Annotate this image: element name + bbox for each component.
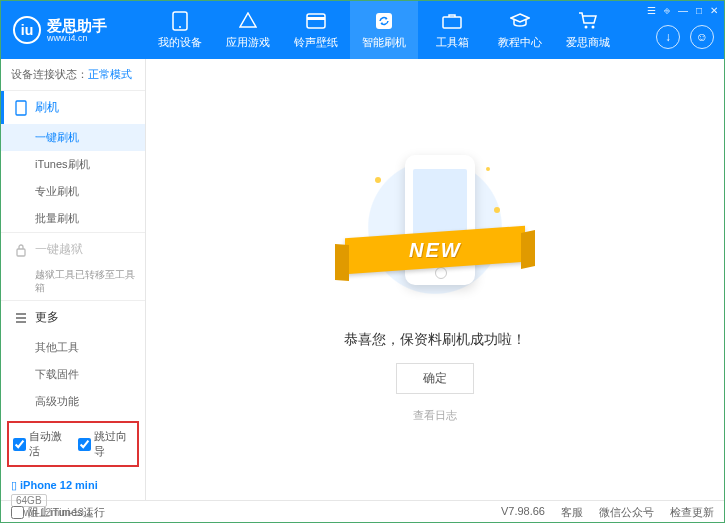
user-icon[interactable]: ☺ — [690, 25, 714, 49]
svg-rect-2 — [307, 14, 325, 28]
svg-rect-5 — [443, 17, 461, 28]
phone-icon — [15, 100, 27, 116]
customer-service-link[interactable]: 客服 — [561, 505, 583, 520]
view-log-link[interactable]: 查看日志 — [413, 408, 457, 423]
sidebar-flash-head[interactable]: 刷机 — [1, 91, 145, 124]
menu-icon[interactable]: ☰ — [647, 5, 656, 16]
sidebar-advanced[interactable]: 高级功能 — [1, 388, 145, 415]
sidebar-oneclick-flash[interactable]: 一键刷机 — [1, 124, 145, 151]
check-auto-activate[interactable]: 自动激活 — [13, 429, 68, 459]
wallet-icon — [306, 11, 326, 31]
app-url: www.i4.cn — [47, 33, 107, 43]
sidebar-batch-flash[interactable]: 批量刷机 — [1, 205, 145, 232]
nav-tutorials[interactable]: 教程中心 — [486, 1, 554, 59]
sidebar-more-head[interactable]: 更多 — [1, 301, 145, 334]
main-content: NEW 恭喜您，保资料刷机成功啦！ 确定 查看日志 — [146, 59, 724, 500]
svg-rect-9 — [17, 249, 25, 256]
list-icon — [15, 312, 27, 324]
svg-rect-3 — [307, 17, 325, 20]
lock-icon — [15, 243, 27, 257]
check-update-link[interactable]: 检查更新 — [670, 505, 714, 520]
check-skip-guide[interactable]: 跳过向导 — [78, 429, 133, 459]
sidebar-itunes-flash[interactable]: iTunes刷机 — [1, 151, 145, 178]
refresh-icon — [374, 11, 394, 31]
sidebar-jailbreak-head[interactable]: 一键越狱 — [1, 233, 145, 266]
apps-icon — [238, 11, 258, 31]
sidebar-pro-flash[interactable]: 专业刷机 — [1, 178, 145, 205]
svg-point-6 — [585, 25, 588, 28]
title-bar: iu 爱思助手 www.i4.cn 我的设备 应用游戏 铃声壁纸 智能刷机 工具… — [1, 1, 724, 59]
nav-toolbox[interactable]: 工具箱 — [418, 1, 486, 59]
logo-icon: iu — [13, 16, 41, 44]
success-message: 恭喜您，保资料刷机成功啦！ — [344, 331, 526, 349]
close-icon[interactable]: ✕ — [710, 5, 718, 16]
phone-icon — [170, 11, 190, 31]
cart-icon — [578, 11, 598, 31]
block-itunes-checkbox[interactable]: 阻止iTunes运行 — [11, 505, 105, 520]
connection-status: 设备连接状态：正常模式 — [1, 59, 145, 90]
nav-my-device[interactable]: 我的设备 — [146, 1, 214, 59]
checkbox-group: 自动激活 跳过向导 — [7, 421, 139, 467]
svg-rect-8 — [16, 101, 26, 115]
svg-rect-4 — [376, 13, 392, 29]
sidebar-other-tools[interactable]: 其他工具 — [1, 334, 145, 361]
toolbox-icon — [442, 11, 462, 31]
success-illustration: NEW — [355, 137, 515, 317]
nav-ringtones[interactable]: 铃声壁纸 — [282, 1, 350, 59]
svg-point-1 — [179, 26, 181, 28]
lock-icon[interactable]: ⎆ — [664, 5, 670, 16]
ok-button[interactable]: 确定 — [396, 363, 474, 394]
version-label: V7.98.66 — [501, 505, 545, 520]
phone-icon: ▯ — [11, 479, 17, 491]
download-icon[interactable]: ↓ — [656, 25, 680, 49]
nav-store[interactable]: 爱思商城 — [554, 1, 622, 59]
nav-flash[interactable]: 智能刷机 — [350, 1, 418, 59]
sidebar: 设备连接状态：正常模式 刷机 一键刷机 iTunes刷机 专业刷机 批量刷机 一… — [1, 59, 146, 500]
title-right-icons: ↓ ☺ — [656, 25, 714, 49]
svg-point-7 — [592, 25, 595, 28]
maximize-icon[interactable]: □ — [696, 5, 702, 16]
logo: iu 爱思助手 www.i4.cn — [1, 16, 146, 44]
top-nav: 我的设备 应用游戏 铃声壁纸 智能刷机 工具箱 教程中心 爱思商城 — [146, 1, 622, 59]
window-controls: ☰ ⎆ — □ ✕ — [647, 5, 718, 16]
sidebar-download-fw[interactable]: 下载固件 — [1, 361, 145, 388]
nav-apps[interactable]: 应用游戏 — [214, 1, 282, 59]
minimize-icon[interactable]: — — [678, 5, 688, 16]
jailbreak-note: 越狱工具已转移至工具箱 — [1, 266, 145, 300]
graduation-icon — [510, 11, 530, 31]
app-name: 爱思助手 — [47, 18, 107, 33]
wechat-link[interactable]: 微信公众号 — [599, 505, 654, 520]
